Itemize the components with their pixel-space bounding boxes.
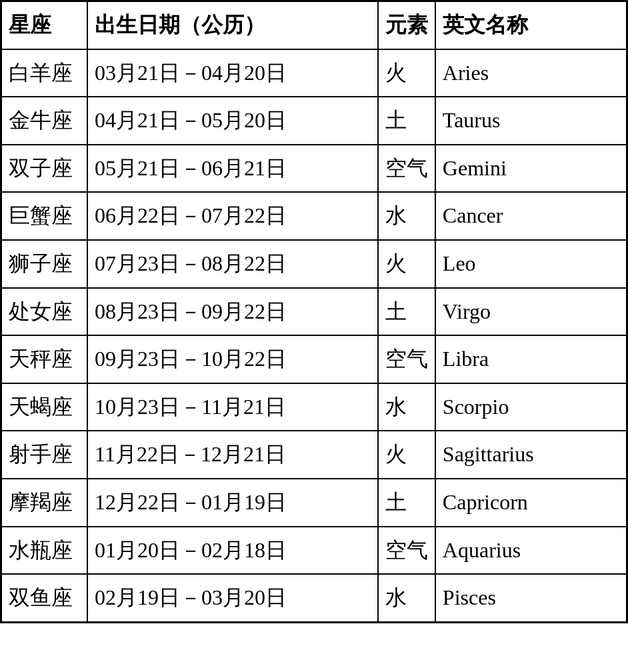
cell-english: Leo (435, 240, 627, 288)
header-sign: 星座 (1, 1, 88, 49)
cell-english: Virgo (435, 288, 627, 336)
table-row: 天秤座09月23日－10月22日空气Libra (1, 335, 627, 383)
cell-english: Pisces (435, 574, 627, 622)
table-row: 巨蟹座06月22日－07月22日水Cancer (1, 192, 627, 240)
cell-element: 水 (378, 383, 435, 431)
table-row: 摩羯座12月22日－01月19日土Capricorn (1, 479, 627, 527)
cell-date: 12月22日－01月19日 (87, 479, 378, 527)
cell-english: Taurus (435, 97, 627, 145)
cell-sign: 水瓶座 (1, 527, 88, 575)
cell-sign: 双子座 (1, 145, 88, 193)
cell-english: Capricorn (435, 479, 627, 527)
cell-date: 10月23日－11月21日 (87, 383, 378, 431)
cell-element: 土 (378, 479, 435, 527)
cell-date: 04月21日－05月20日 (87, 97, 378, 145)
cell-element: 火 (378, 240, 435, 288)
cell-date: 03月21日－04月20日 (87, 49, 378, 97)
cell-sign: 射手座 (1, 431, 88, 479)
zodiac-table: 星座 出生日期（公历） 元素 英文名称 白羊座03月21日－04月20日火Ari… (0, 0, 628, 623)
cell-element: 空气 (378, 145, 435, 193)
table-row: 狮子座07月23日－08月22日火Leo (1, 240, 627, 288)
table-header-row: 星座 出生日期（公历） 元素 英文名称 (1, 1, 627, 49)
cell-date: 08月23日－09月22日 (87, 288, 378, 336)
cell-element: 火 (378, 49, 435, 97)
cell-sign: 巨蟹座 (1, 192, 88, 240)
cell-date: 07月23日－08月22日 (87, 240, 378, 288)
cell-element: 水 (378, 192, 435, 240)
cell-sign: 天秤座 (1, 335, 88, 383)
table-row: 金牛座04月21日－05月20日土Taurus (1, 97, 627, 145)
cell-english: Aquarius (435, 527, 627, 575)
header-element: 元素 (378, 1, 435, 49)
cell-date: 05月21日－06月21日 (87, 145, 378, 193)
table-row: 白羊座03月21日－04月20日火Aries (1, 49, 627, 97)
cell-element: 土 (378, 97, 435, 145)
cell-sign: 天蝎座 (1, 383, 88, 431)
cell-date: 02月19日－03月20日 (87, 574, 378, 622)
cell-element: 土 (378, 288, 435, 336)
cell-english: Scorpio (435, 383, 627, 431)
table-row: 双子座05月21日－06月21日空气Gemini (1, 145, 627, 193)
cell-sign: 狮子座 (1, 240, 88, 288)
cell-date: 11月22日－12月21日 (87, 431, 378, 479)
cell-english: Cancer (435, 192, 627, 240)
cell-sign: 金牛座 (1, 97, 88, 145)
cell-date: 09月23日－10月22日 (87, 335, 378, 383)
cell-sign: 双鱼座 (1, 574, 88, 622)
table-row: 水瓶座01月20日－02月18日空气Aquarius (1, 527, 627, 575)
cell-english: Sagittarius (435, 431, 627, 479)
cell-english: Aries (435, 49, 627, 97)
table-row: 射手座11月22日－12月21日火Sagittarius (1, 431, 627, 479)
cell-english: Gemini (435, 145, 627, 193)
cell-date: 06月22日－07月22日 (87, 192, 378, 240)
cell-english: Libra (435, 335, 627, 383)
cell-sign: 处女座 (1, 288, 88, 336)
cell-sign: 摩羯座 (1, 479, 88, 527)
cell-sign: 白羊座 (1, 49, 88, 97)
cell-element: 火 (378, 431, 435, 479)
zodiac-table-container: 星座 出生日期（公历） 元素 英文名称 白羊座03月21日－04月20日火Ari… (0, 0, 628, 623)
cell-element: 空气 (378, 335, 435, 383)
table-row: 双鱼座02月19日－03月20日水Pisces (1, 574, 627, 622)
table-row: 处女座08月23日－09月22日土Virgo (1, 288, 627, 336)
table-row: 天蝎座10月23日－11月21日水Scorpio (1, 383, 627, 431)
cell-date: 01月20日－02月18日 (87, 527, 378, 575)
header-date: 出生日期（公历） (87, 1, 378, 49)
cell-element: 空气 (378, 527, 435, 575)
cell-element: 水 (378, 574, 435, 622)
header-english: 英文名称 (435, 1, 627, 49)
